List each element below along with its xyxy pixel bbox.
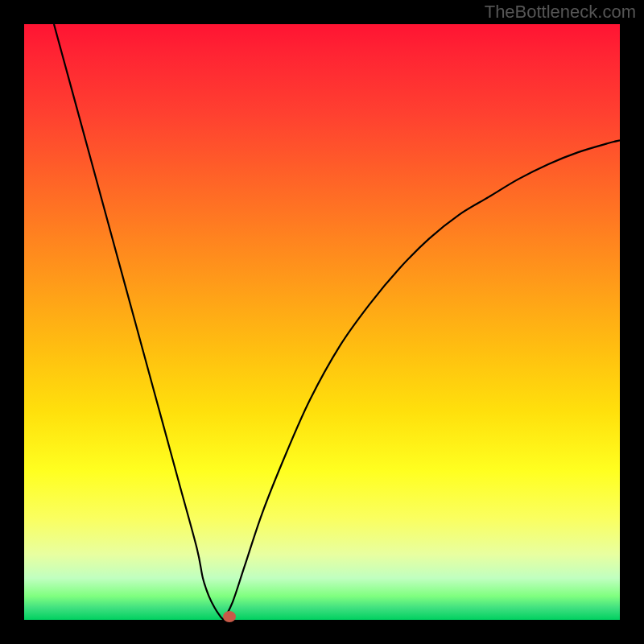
chart-curve bbox=[24, 24, 620, 620]
curve-right-branch bbox=[224, 140, 620, 620]
watermark-text: TheBottleneck.com bbox=[485, 2, 636, 23]
minimum-marker-dot bbox=[223, 611, 236, 622]
curve-left-branch bbox=[54, 24, 224, 620]
